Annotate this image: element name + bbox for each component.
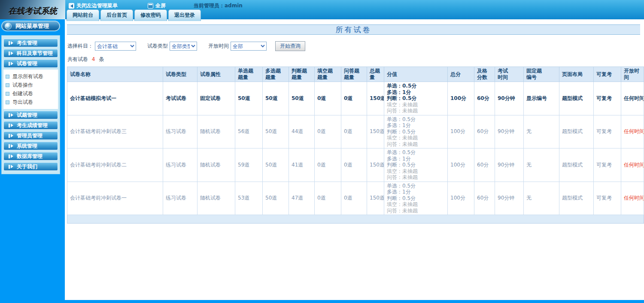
paper-attr-cell: 随机试卷 bbox=[197, 115, 235, 148]
fixed-number-cell: 无 bbox=[524, 182, 559, 215]
top-tab[interactable]: 退出登录 bbox=[168, 9, 201, 21]
top-tab[interactable]: 网站前台 bbox=[67, 9, 99, 21]
collapse-menu-link[interactable]: 关闭左边管理菜单 bbox=[69, 2, 118, 9]
subject-select[interactable]: 会计基础 bbox=[95, 42, 136, 51]
sidebar-header: 网站菜单管理 bbox=[1, 21, 60, 31]
pass-score-cell: 60分 bbox=[474, 82, 495, 115]
sidebar-subitem[interactable]: 显示所有试卷 bbox=[6, 72, 58, 81]
paper-type-cell: 练习试卷 bbox=[163, 148, 197, 182]
total-count-cell: 150道 bbox=[367, 182, 384, 215]
sidebar-item[interactable]: 系统管理 bbox=[3, 142, 58, 150]
filter-bar: 选择科目： 会计基础 试卷类型 全部类型 开放时间 全部 开始查询 bbox=[67, 41, 644, 51]
total-count-cell: 150道 bbox=[367, 82, 384, 115]
column-header: 试卷属性 bbox=[197, 67, 235, 82]
subject-filter-label: 选择科目： bbox=[67, 42, 93, 50]
sidebar-item-label: 考生管理 bbox=[17, 39, 37, 47]
column-header: 试卷类型 bbox=[163, 67, 197, 82]
sidebar: 网站菜单管理 考生管理科目及章节管理试卷管理显示所有试卷试卷操作创建试卷导出试卷… bbox=[0, 19, 65, 303]
top-tab[interactable]: 修改密码 bbox=[134, 9, 167, 21]
submenu-square-icon bbox=[6, 100, 9, 104]
sidebar-item[interactable]: 试卷管理 bbox=[3, 59, 58, 68]
paper-type-cell: 练习试卷 bbox=[163, 115, 197, 148]
page-layout-cell: 题型模式 bbox=[559, 148, 594, 182]
column-header: 固定题 编号 bbox=[524, 67, 559, 82]
total-score-cell: 100分 bbox=[448, 148, 474, 182]
paper-attr-cell: 随机试卷 bbox=[197, 148, 235, 182]
open-time-select[interactable]: 全部 bbox=[231, 42, 267, 51]
menu-arrow-icon bbox=[9, 124, 13, 127]
main-content: 所有试卷 选择科目： 会计基础 试卷类型 全部类型 开放时间 全部 开始查询 共… bbox=[65, 19, 644, 303]
sidebar-item[interactable]: 管理员管理 bbox=[3, 131, 58, 140]
qa-count-cell: 0道 bbox=[341, 115, 367, 148]
column-header: 试卷名称 bbox=[67, 67, 163, 82]
query-button[interactable]: 开始查询 bbox=[275, 41, 305, 51]
sidebar-subitem[interactable]: 导出试卷 bbox=[6, 98, 58, 106]
column-header: 单选题 题量 bbox=[235, 67, 263, 82]
paper-name-cell[interactable]: 会计基础模拟考试一 bbox=[67, 82, 163, 115]
judge-count-cell: 50道 bbox=[289, 82, 315, 115]
judge-count-cell: 47道 bbox=[289, 182, 315, 215]
open-time-cell: 任何时间 bbox=[621, 148, 644, 182]
sidebar-item-label: 科目及章节管理 bbox=[17, 50, 53, 57]
paper-name-cell[interactable]: 会计基础考前冲刺试卷三 bbox=[67, 115, 163, 148]
table-row: 会计基础考前冲刺试卷一 练习试卷 随机试卷 53道 50道 47道 0道 0道 … bbox=[67, 182, 644, 215]
sidebar-item[interactable]: 试题管理 bbox=[3, 111, 58, 119]
total-score-cell: 100分 bbox=[448, 115, 474, 148]
sidebar-item[interactable]: 数据库管理 bbox=[3, 152, 58, 161]
pass-score-cell: 60分 bbox=[474, 148, 495, 182]
sidebar-subitem-label: 显示所有试卷 bbox=[12, 73, 43, 80]
single-choice-count-cell: 50道 bbox=[235, 82, 263, 115]
column-header: 总题量 bbox=[367, 67, 384, 82]
fullscreen-link[interactable]: 全屏 bbox=[148, 2, 166, 9]
sidebar-item[interactable]: 考生管理 bbox=[3, 39, 58, 47]
menu-arrow-icon bbox=[9, 155, 13, 158]
table-header-row: 试卷名称试卷类型试卷属性单选题 题量多选题 题量判断题 题量填空题 题量问答题 … bbox=[67, 67, 644, 82]
papers-table-body: 会计基础模拟考试一 考试试卷 固定试卷 50道 50道 50道 0道 0道 15… bbox=[67, 82, 644, 215]
sidebar-item[interactable]: 关于我们 bbox=[3, 162, 58, 171]
submenu-square-icon bbox=[6, 92, 9, 96]
column-header: 页面布局 bbox=[559, 67, 594, 82]
top-header: 在线考试系统 关闭左边管理菜单 全屏 当前管理员：admin 网站前台后台首页修… bbox=[0, 0, 644, 19]
paper-name-cell[interactable]: 会计基础考前冲刺试卷二 bbox=[67, 148, 163, 182]
result-count-number: 4 bbox=[90, 56, 97, 62]
sidebar-subitem[interactable]: 创建试卷 bbox=[6, 89, 58, 98]
table-row: 会计基础考前冲刺试卷三 练习试卷 随机试卷 56道 50道 44道 0道 0道 … bbox=[67, 115, 644, 148]
score-breakdown-cell: 单选：0.5分多选：1分判断：0.5分填空：未抽题问答：未抽题 bbox=[384, 82, 448, 115]
table-row: 会计基础模拟考试一 考试试卷 固定试卷 50道 50道 50道 0道 0道 15… bbox=[67, 82, 644, 115]
qa-count-cell: 0道 bbox=[341, 148, 367, 182]
top-links: 关闭左边管理菜单 全屏 当前管理员：admin bbox=[69, 2, 243, 9]
score-breakdown-cell: 单选：0.5分多选：1分判断：0.5分填空：未抽题问答：未抽题 bbox=[384, 182, 448, 215]
result-count-prefix: 共有试卷 bbox=[67, 56, 88, 62]
retake-cell: 可复考 bbox=[594, 82, 621, 115]
sidebar-item[interactable]: 科目及章节管理 bbox=[3, 49, 58, 58]
sidebar-menu: 考生管理科目及章节管理试卷管理显示所有试卷试卷操作创建试卷导出试卷试题管理考生成… bbox=[1, 35, 60, 174]
column-header: 开放时间 bbox=[621, 67, 644, 82]
column-header: 可复考 bbox=[594, 67, 621, 82]
column-header: 判断题 题量 bbox=[289, 67, 315, 82]
table-footer-row bbox=[67, 215, 644, 224]
single-choice-count-cell: 59道 bbox=[235, 148, 263, 182]
pass-score-cell: 60分 bbox=[474, 115, 495, 148]
paper-name-cell[interactable]: 会计基础考前冲刺试卷一 bbox=[67, 182, 163, 215]
page-layout-cell: 题型模式 bbox=[559, 115, 594, 148]
sidebar-subitem[interactable]: 试卷操作 bbox=[6, 81, 58, 89]
menu-arrow-icon bbox=[9, 62, 13, 66]
column-header: 分值 bbox=[384, 67, 448, 82]
menu-arrow-icon bbox=[9, 165, 13, 169]
sidebar-subitem-label: 试卷操作 bbox=[12, 82, 33, 89]
bottom-strip bbox=[0, 300, 644, 303]
paper-attr-cell: 固定试卷 bbox=[197, 82, 235, 115]
blank-count-cell: 0道 bbox=[315, 115, 341, 148]
sidebar-item-label: 数据库管理 bbox=[17, 153, 43, 160]
layout: 网站菜单管理 考生管理科目及章节管理试卷管理显示所有试卷试卷操作创建试卷导出试卷… bbox=[0, 19, 644, 303]
sidebar-item[interactable]: 考生成绩管理 bbox=[3, 121, 58, 130]
blank-count-cell: 0道 bbox=[315, 148, 341, 182]
open-time-cell: 任何时间 bbox=[621, 182, 644, 215]
result-count: 共有试卷 4 条 bbox=[67, 56, 644, 63]
sidebar-item-label: 试卷管理 bbox=[17, 60, 37, 67]
top-tab[interactable]: 后台首页 bbox=[100, 9, 133, 21]
menu-arrow-icon bbox=[9, 134, 13, 138]
paper-type-select[interactable]: 全部类型 bbox=[170, 42, 197, 51]
total-count-cell: 150道 bbox=[367, 115, 384, 148]
fixed-number-cell: 显示编号 bbox=[524, 82, 559, 115]
